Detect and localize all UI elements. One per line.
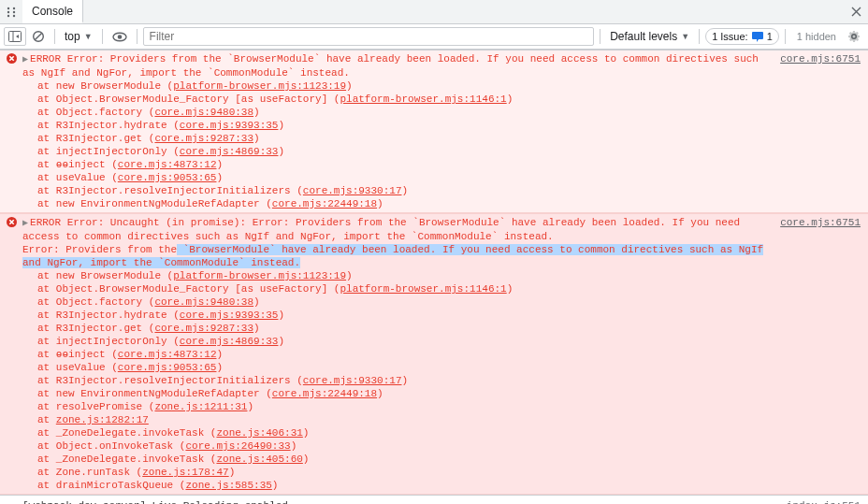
- chevron-down-icon: ▼: [84, 32, 93, 41]
- issues-count: 1: [767, 31, 773, 42]
- source-link[interactable]: index.js:551: [787, 499, 868, 504]
- stack-frame: at new EnvironmentNgModuleRefAdapter (co…: [0, 387, 868, 400]
- tab-console[interactable]: Console: [22, 0, 83, 23]
- separator: [785, 29, 786, 44]
- console-output: ▶ERROR Error: Providers from the `Browse…: [0, 50, 868, 504]
- clear-console-button[interactable]: [28, 27, 49, 46]
- stack-link[interactable]: platform-browser.mjs:1146:1: [340, 283, 506, 295]
- stack-link[interactable]: core.mjs:9393:35: [180, 120, 279, 131]
- stack-link[interactable]: core.mjs:9287:33: [154, 133, 253, 144]
- stack-link[interactable]: core.mjs:9330:17: [303, 185, 402, 196]
- separator: [102, 29, 103, 44]
- stack-link[interactable]: core.mjs:9480:38: [154, 296, 253, 308]
- context-selector[interactable]: top ▼: [61, 27, 96, 46]
- levels-label: Default levels: [610, 30, 677, 43]
- stack-frame: at R3Injector.hydrate (core.mjs:9393:35): [0, 119, 868, 132]
- stack-frame: at drainMicroTaskQueue (zone.js:585:35): [0, 479, 868, 492]
- stack-frame: at R3Injector.resolveInjectorInitializer…: [0, 184, 868, 197]
- svg-point-4: [7, 14, 9, 16]
- info-text[interactable]: [webpack-dev-server] Live Reloading enab…: [22, 499, 787, 504]
- chevron-down-icon: ▼: [681, 32, 689, 41]
- console-toolbar: top ▼ Default levels ▼ 1 Issue: 1 1 hidd…: [0, 24, 868, 50]
- svg-point-0: [7, 7, 9, 8]
- issues-button[interactable]: 1 Issue: 1: [705, 28, 779, 45]
- toggle-sidebar-button[interactable]: [4, 27, 26, 46]
- tab-label: Console: [32, 5, 73, 18]
- gutter: [0, 499, 22, 504]
- expand-arrow-icon[interactable]: ▶: [22, 218, 28, 228]
- stack-link[interactable]: zone.js:1282:17: [56, 414, 149, 425]
- stack-link[interactable]: core.mjs:9053:65: [118, 362, 217, 373]
- svg-point-1: [13, 7, 15, 8]
- console-error: ▶ERROR Error: Uncaught (in promise): Err…: [0, 213, 868, 495]
- source-link[interactable]: core.mjs:6751: [780, 52, 868, 65]
- separator: [54, 29, 55, 44]
- stack-frame: at useValue (core.mjs:9053:65): [0, 361, 868, 374]
- stack-link[interactable]: core.mjs:26490:33: [185, 440, 290, 452]
- stack-frame: at new EnvironmentNgModuleRefAdapter (co…: [0, 197, 868, 210]
- stack-link[interactable]: core.mjs:4873:12: [118, 349, 217, 360]
- stack-frame: at Object.factory (core.mjs:9480:38): [0, 295, 868, 309]
- separator: [699, 29, 700, 44]
- stack-frame: at _ZoneDelegate.invokeTask (zone.js:405…: [0, 453, 868, 466]
- stack-link[interactable]: zone.js:1211:31: [154, 401, 247, 412]
- stack-frame: at Object.factory (core.mjs:9480:38): [0, 106, 868, 119]
- stack-link[interactable]: core.mjs:22449:18: [272, 388, 377, 399]
- svg-rect-6: [9, 32, 22, 42]
- separator: [137, 29, 137, 44]
- close-icon[interactable]: [844, 7, 868, 17]
- stack-link[interactable]: core.mjs:9480:38: [154, 107, 253, 118]
- stack-frame: at new BrowserModule (platform-browser.m…: [0, 269, 868, 282]
- stack-link[interactable]: zone.js:406:31: [216, 427, 302, 439]
- console-error: ▶ERROR Error: Providers from the `Browse…: [0, 50, 868, 213]
- error-icon: [7, 217, 17, 227]
- settings-button[interactable]: [844, 27, 864, 46]
- stack-frame: at zone.js:1282:17: [0, 413, 868, 426]
- stack-frame: at R3Injector.hydrate (core.mjs:9393:35): [0, 309, 868, 322]
- stack-frame: at injectInjectorOnly (core.mjs:4869:33): [0, 145, 868, 158]
- stack-frame: at ɵɵinject (core.mjs:4873:12): [0, 158, 868, 171]
- stack-frame: at R3Injector.get (core.mjs:9287:33): [0, 322, 868, 335]
- stack-frame: at Object.onInvokeTask (core.mjs:26490:3…: [0, 439, 868, 453]
- stack-link[interactable]: core.mjs:4869:33: [180, 336, 279, 347]
- stack-link[interactable]: zone.js:405:60: [216, 454, 302, 465]
- stack-link[interactable]: core.mjs:9330:17: [303, 375, 402, 386]
- filter-input[interactable]: [143, 27, 595, 46]
- stack-link[interactable]: core.mjs:9393:35: [180, 310, 279, 321]
- issue-badge-icon: [752, 32, 763, 42]
- stack-frame: at Zone.runTask (zone.js:178:47): [0, 466, 868, 479]
- stack-frame: at injectInjectorOnly (core.mjs:4869:33): [0, 335, 868, 348]
- levels-selector[interactable]: Default levels ▼: [606, 27, 693, 46]
- stack-frame: at ɵɵinject (core.mjs:4873:12): [0, 348, 868, 361]
- stack-link[interactable]: core.mjs:9287:33: [154, 323, 253, 334]
- stack-link[interactable]: platform-browser.mjs:1123:19: [173, 270, 346, 281]
- context-label: top: [65, 30, 80, 43]
- stack-link[interactable]: core.mjs:22449:18: [272, 198, 377, 209]
- stack-frame: at resolvePromise (zone.js:1211:31): [0, 400, 868, 413]
- error-icon: [7, 53, 17, 64]
- stack-link[interactable]: zone.js:178:47: [142, 467, 228, 478]
- stack-link[interactable]: zone.js:585:35: [185, 480, 271, 491]
- svg-point-5: [13, 14, 15, 16]
- error-message[interactable]: ▶ERROR Error: Providers from the `Browse…: [22, 52, 780, 79]
- stack-frame: at R3Injector.resolveInjectorInitializer…: [0, 374, 868, 387]
- live-expression-button[interactable]: [108, 27, 131, 46]
- stack-frame: at _ZoneDelegate.invokeTask (zone.js:406…: [0, 426, 868, 439]
- stack-link[interactable]: core.mjs:4869:33: [180, 146, 279, 157]
- stack-link[interactable]: core.mjs:9053:65: [118, 172, 217, 183]
- devtools-tab-bar: Console: [0, 0, 868, 24]
- stack-frame: at R3Injector.get (core.mjs:9287:33): [0, 132, 868, 145]
- svg-point-9: [117, 35, 122, 39]
- stack-link[interactable]: core.mjs:4873:12: [118, 159, 217, 170]
- separator: [600, 29, 600, 44]
- stack-frame: at new BrowserModule (platform-browser.m…: [0, 79, 868, 93]
- source-link[interactable]: core.mjs:6751: [780, 216, 868, 229]
- error-message[interactable]: ▶ERROR Error: Uncaught (in promise): Err…: [22, 216, 780, 269]
- issues-label: 1 Issue:: [712, 31, 748, 42]
- svg-point-3: [13, 10, 15, 12]
- drag-handle-icon[interactable]: [0, 7, 22, 18]
- expand-arrow-icon[interactable]: ▶: [22, 54, 28, 65]
- stack-link[interactable]: platform-browser.mjs:1123:19: [173, 80, 346, 92]
- hidden-count: 1 hidden: [791, 31, 842, 42]
- stack-link[interactable]: platform-browser.mjs:1146:1: [340, 94, 506, 105]
